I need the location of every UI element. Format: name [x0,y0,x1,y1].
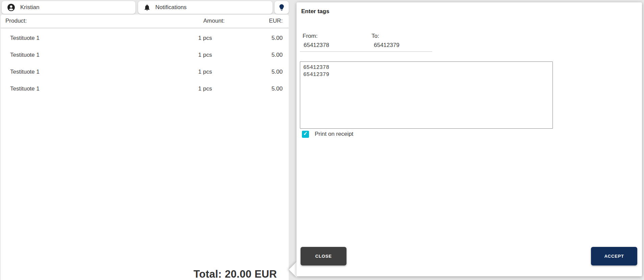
print-on-receipt-checkbox[interactable]: ✓ [302,131,309,138]
print-on-receipt-label: Print on receipt [315,131,353,137]
user-menu-button[interactable]: Kristian [2,1,135,14]
order-total: Total: 20.00 EUR [194,269,277,280]
to-input[interactable] [374,42,435,49]
order-table-header: Product: Amount: EUR: [1,15,289,27]
print-on-receipt-row: ✓ Print on receipt [302,130,353,138]
close-button[interactable]: CLOSE [301,247,346,265]
row-amount: 1 pcs [198,85,212,92]
notifications-label: Notifications [155,4,187,11]
lightbulb-icon [278,3,286,11]
user-name-label: Kristian [20,4,40,11]
column-header-product: Product: [5,18,27,24]
fields-underline [300,51,432,52]
table-row[interactable]: Testituote 1 1 pcs 5.00 [1,80,289,97]
row-product: Testituote 1 [10,85,40,92]
row-amount: 1 pcs [198,35,212,42]
table-row[interactable]: Testituote 1 1 pcs 5.00 [1,46,289,63]
row-amount: 1 pcs [198,52,212,58]
pos-screen: Kristian Notifications Product: Amount: … [0,0,644,280]
bell-icon [144,4,151,11]
column-header-eur: EUR: [269,18,283,24]
enter-tags-dialog: Enter tags From: To: 65412378 65412379 ✓… [297,2,642,276]
row-price: 5.00 [272,52,283,58]
row-price: 5.00 [272,69,283,75]
table-row[interactable]: Testituote 1 1 pcs 5.00 [1,63,289,80]
tags-textarea[interactable]: 65412378 65412379 [300,61,553,129]
row-amount: 1 pcs [198,69,212,75]
row-product: Testituote 1 [10,52,40,58]
notifications-button[interactable]: Notifications [138,1,273,14]
checkmark-icon: ✓ [303,131,308,136]
from-input[interactable] [304,42,364,49]
row-product: Testituote 1 [10,35,40,42]
dialog-title: Enter tags [301,8,329,15]
column-header-amount: Amount: [203,18,225,24]
row-price: 5.00 [272,85,283,92]
row-product: Testituote 1 [10,69,40,75]
accept-button[interactable]: ACCEPT [591,247,637,265]
account-circle-icon [7,3,16,12]
lamp-button[interactable] [275,1,289,14]
to-label: To: [371,33,379,40]
order-table: Testituote 1 1 pcs 5.00 Testituote 1 1 p… [1,29,289,280]
from-label: From: [303,33,317,40]
table-row[interactable]: Testituote 1 1 pcs 5.00 [1,29,289,46]
row-price: 5.00 [272,35,283,42]
